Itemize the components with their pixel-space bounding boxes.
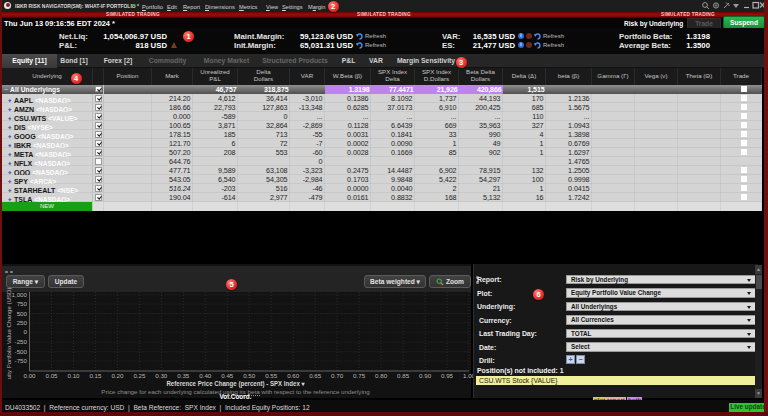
svg-text:0.60: 0.60	[287, 372, 300, 379]
svg-text:0.20: 0.20	[111, 372, 124, 379]
svg-text:0.90: 0.90	[419, 372, 432, 379]
svg-text:0.40: 0.40	[199, 372, 212, 379]
svg-text:0.50: 0.50	[243, 372, 256, 379]
svg-text:0.15: 0.15	[89, 372, 102, 379]
svg-text:750: 750	[17, 300, 28, 307]
svg-text:250: 250	[17, 319, 28, 326]
svg-text:0.65: 0.65	[309, 372, 322, 379]
svg-text:0.75: 0.75	[353, 372, 366, 379]
svg-text:0.85: 0.85	[397, 372, 410, 379]
svg-text:1,000: 1,000	[12, 291, 28, 298]
svg-text:0.30: 0.30	[155, 372, 168, 379]
svg-text:-750: -750	[15, 357, 28, 364]
svg-text:-250: -250	[15, 338, 28, 345]
svg-text:0.25: 0.25	[133, 372, 146, 379]
svg-text:0.95: 0.95	[441, 372, 454, 379]
svg-text:0.80: 0.80	[375, 372, 388, 379]
svg-text:0.55: 0.55	[265, 372, 278, 379]
svg-text:0.35: 0.35	[177, 372, 190, 379]
svg-text:0.05: 0.05	[45, 372, 58, 379]
svg-text:0.10: 0.10	[67, 372, 80, 379]
svg-text:-500: -500	[15, 348, 28, 355]
svg-text:500: 500	[17, 310, 28, 317]
svg-text:0.45: 0.45	[221, 372, 234, 379]
svg-text:0.70: 0.70	[331, 372, 344, 379]
svg-text:0: 0	[24, 328, 28, 335]
svg-text:0.00: 0.00	[23, 372, 36, 379]
